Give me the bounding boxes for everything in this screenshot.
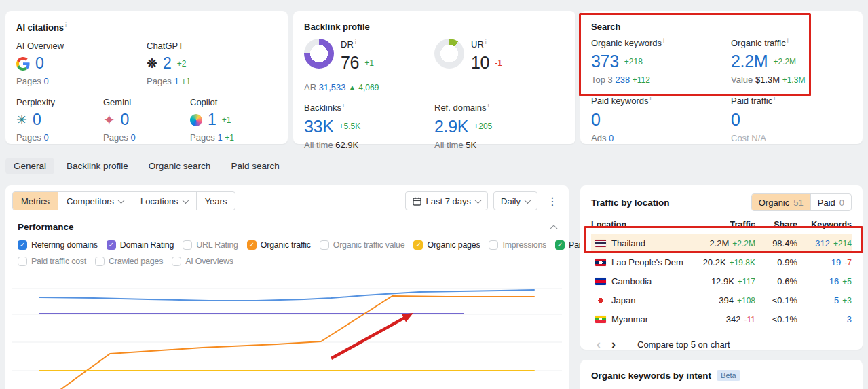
column-header-share[interactable]: Share [755,220,797,229]
organic-keywords-value[interactable]: 373 [591,52,619,71]
segment-locations[interactable]: Locations [132,192,197,210]
tab-organic-search[interactable]: Organic search [140,158,219,174]
checkbox-organic-traffic-value[interactable]: Organic traffic value [320,240,405,250]
ahrefs-rank-value[interactable]: 31,533 [319,82,346,92]
checked-checkbox-icon: ✓ [247,240,257,250]
top3-value[interactable]: 238 [615,75,630,85]
checkbox-ai-overviews[interactable]: AI Overviews [172,257,233,266]
toggle-paid[interactable]: Paid0 [810,194,851,210]
table-row-thailand[interactable]: Thailand2.2M+2.2M98.4%312+214 [591,234,852,253]
ai-citation-value[interactable]: 0 [33,111,41,129]
ref-domains-block: Ref. domainsi 2.9K+205 All time 5K [434,102,565,149]
organic-traffic-label: Organic traffici [731,37,852,48]
ai-citation-value[interactable]: 2 [163,54,172,73]
ur-donut-icon [434,39,464,69]
prev-page-icon[interactable]: ‹ [591,338,606,350]
unchecked-checkbox-icon [320,240,329,250]
keywords-count-link[interactable]: 5 [834,295,839,305]
checkbox-url-rating[interactable]: URL Rating [183,240,238,250]
more-options-kebab-icon[interactable]: ⋮ [543,195,562,208]
checkbox-impressions[interactable]: Impressions [489,240,546,250]
chevron-down-icon [525,197,531,204]
table-row-japan[interactable]: Japan394+108<0.1%5+3 [591,291,852,310]
backlinks-value[interactable]: 33K [304,117,334,136]
checked-checkbox-icon: ✓ [413,240,423,250]
chatgpt-icon: ❋ [147,57,157,70]
segment-metrics[interactable]: Metrics [13,192,58,210]
ai-citation-perplexity: Perplexity✳0Pages 0 [16,97,103,143]
keywords-count-link[interactable]: 3 [847,314,852,325]
ref-domains-alltime: 5K [466,140,476,150]
info-icon: i [663,37,664,44]
up-arrow-icon: ▲ [348,83,356,92]
info-icon: i [65,22,67,29]
google-icon [16,57,30,71]
column-header-traffic[interactable]: Traffic [683,220,755,229]
unchecked-checkbox-icon [172,257,181,266]
ai-citation-ai-overview: AI Overview0Pages 0 [16,41,147,86]
checkbox-domain-rating[interactable]: ✓Domain Rating [107,240,174,250]
checkbox-referring-domains[interactable]: ✓Referring domains [18,240,98,250]
checkbox-organic-pages[interactable]: ✓Organic pages [413,240,480,250]
keywords-count-link[interactable]: 312 [815,238,830,248]
ai-citation-value[interactable]: 0 [121,111,130,129]
traffic-by-location-card: Traffic by location Organic51Paid0 Locat… [580,185,863,350]
dr-delta: +1 [364,58,374,68]
cost-value: N/A [751,133,766,143]
chevron-down-icon [118,197,125,204]
keywords-count-link[interactable]: 16 [829,276,839,286]
paid-keywords-block: Paid keywordsi 0 Ads 0 [591,95,731,143]
jp-flag-icon [595,297,606,304]
unchecked-checkbox-icon [95,257,105,266]
next-page-icon[interactable]: › [606,338,621,350]
paid-keywords-value[interactable]: 0 [591,110,601,130]
backlinks-block: Backlinksi 33K+5.5K All time 62.9K [304,102,434,149]
ai-citation-value[interactable]: 0 [35,54,44,73]
organic-traffic-value[interactable]: 2.2M [731,52,768,71]
ai-citations-title: AI citationsi [5,11,288,33]
compare-top5-link[interactable]: Compare top 5 on chart [637,339,730,350]
table-row-myanmar[interactable]: Myanmar342-11<0.1%3 [591,310,852,329]
tab-paid-search[interactable]: Paid search [223,158,287,174]
series-line-referring-domains [39,290,534,301]
toggle-organic[interactable]: Organic51 [752,194,810,210]
organic-keywords-label: Organic keywordsi [591,37,731,48]
performance-chart[interactable] [5,272,569,389]
granularity-button[interactable]: Daily [493,191,537,210]
table-row-cambodia[interactable]: Cambodia12.9K+1170.6%16+5 [591,272,852,291]
table-row-lao-people-s-democratic-reput[interactable]: Lao People's Democratic Reput20.2K+19.8K… [591,253,852,272]
unchecked-checkbox-icon [183,240,192,250]
checkbox-paid-traffic-cost[interactable]: Paid traffic cost [18,257,86,266]
backlink-profile-card: Backlink profile DRi 76+1 AR 31,533 ▲ 4,… [293,11,575,144]
keywords-count-link[interactable]: 19 [831,257,841,267]
tab-general[interactable]: General [5,158,54,174]
tab-backlink-profile[interactable]: Backlink profile [58,158,136,174]
ai-citation-value[interactable]: 1 [208,111,216,129]
checked-checkbox-icon: ✓ [18,240,27,250]
copilot-icon [190,114,202,126]
ai-citation-copilot: Copilot1+1Pages 1 +1 [190,97,277,143]
date-range-button[interactable]: Last 7 days [405,191,489,210]
backlinks-label: Backlinksi [304,102,434,113]
backlinks-delta: +5.5K [339,122,361,131]
dr-donut-icon [304,39,334,69]
ref-domains-value[interactable]: 2.9K [434,117,468,136]
segment-years[interactable]: Years [197,192,235,210]
collapse-chevron-icon[interactable] [550,225,557,232]
calendar-icon [413,197,421,206]
th-flag-icon [595,240,606,247]
mm-flag-icon [595,316,606,323]
section-tabs: GeneralBacklink profileOrganic searchPai… [5,158,288,174]
column-header-keywords[interactable]: Keywords [797,220,852,229]
column-header-location[interactable]: Location [591,220,683,229]
ahrefs-overview-dashboard: AI citationsi AI Overview0Pages 0ChatGPT… [0,0,868,389]
domain-rating-block: DRi 76+1 AR 31,533 ▲ 4,069 [304,39,434,92]
perplexity-icon: ✳ [16,113,27,126]
paid-traffic-value[interactable]: 0 [731,110,740,130]
checkbox-crawled-pages[interactable]: Crawled pages [95,257,163,266]
checked-checkbox-icon: ✓ [555,240,565,250]
ref-domains-delta: +205 [474,122,492,131]
segment-competitors[interactable]: Competitors [58,192,132,210]
ur-delta: -1 [495,58,502,68]
checkbox-organic-traffic[interactable]: ✓Organic traffic [247,240,311,250]
